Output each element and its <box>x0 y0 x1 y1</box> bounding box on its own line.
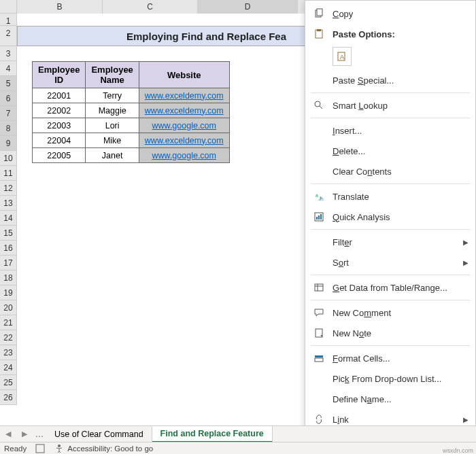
tab-nav-prev[interactable]: ◀ <box>0 430 16 438</box>
hyperlink[interactable]: www.exceldemy.com <box>145 136 224 145</box>
row-header[interactable]: 18 <box>0 270 17 285</box>
th-website[interactable]: Website <box>139 62 229 88</box>
menu-smart-lookup[interactable]: Smart Lookup <box>305 95 475 116</box>
cell-id[interactable]: 22003 <box>33 118 86 133</box>
cell-id[interactable]: 22005 <box>33 148 86 163</box>
menu-separator <box>311 184 470 184</box>
row-header[interactable]: 7 <box>0 106 17 121</box>
menu-separator <box>311 92 470 93</box>
row-header[interactable]: 23 <box>0 345 17 360</box>
cell-name[interactable]: Terry <box>86 88 139 103</box>
cell-website[interactable]: www.exceldemy.com <box>139 103 229 118</box>
cell-website[interactable]: www.google.com <box>139 118 229 133</box>
cell-id[interactable]: 22004 <box>33 133 86 148</box>
cell-website[interactable]: www.exceldemy.com <box>139 88 229 103</box>
hyperlink[interactable]: www.google.com <box>152 121 216 130</box>
hyperlink[interactable]: www.google.com <box>152 151 216 160</box>
table-row: 22001Terrywww.exceldemy.com <box>33 88 230 103</box>
cell-website[interactable]: www.google.com <box>139 148 229 163</box>
note-icon <box>311 326 327 340</box>
menu-get-data[interactable]: Get Data from Table/Range... <box>305 277 475 298</box>
menu-define-name[interactable]: Define Name... <box>305 389 475 409</box>
translate-icon: aあ <box>311 190 327 203</box>
menu-quick-analysis[interactable]: Quick Analysis <box>305 207 475 227</box>
status-accessibility[interactable]: Accessibility: Good to go <box>54 443 153 454</box>
menu-label: Insert... <box>333 126 362 136</box>
table-row: 22002Maggiewww.exceldemy.com <box>33 103 230 118</box>
cell-name[interactable]: Mike <box>86 133 139 148</box>
table-row: 22003Loriwww.google.com <box>33 118 230 133</box>
row-header[interactable]: 21 <box>0 315 17 330</box>
row-header[interactable]: 1 <box>0 14 17 26</box>
cell-website[interactable]: www.exceldemy.com <box>139 133 229 148</box>
row-header[interactable]: 22 <box>0 330 17 345</box>
menu-delete[interactable]: Delete... <box>305 141 475 161</box>
col-header-b[interactable]: B <box>17 0 103 14</box>
row-header[interactable]: 5 <box>0 76 17 91</box>
svg-rect-1 <box>317 9 322 16</box>
row-header[interactable]: 19 <box>0 285 17 300</box>
row-header[interactable]: 11 <box>0 166 17 181</box>
menu-filter[interactable]: Filter ▶ <box>305 232 475 252</box>
cell-name[interactable]: Lori <box>86 118 139 133</box>
row-header[interactable]: 15 <box>0 226 17 241</box>
row-header[interactable]: 8 <box>0 121 17 136</box>
tab-find-replace[interactable]: Find and Replace Feature <box>152 426 273 442</box>
row-header[interactable]: 25 <box>0 375 17 390</box>
row-header[interactable]: 4 <box>0 61 17 76</box>
tab-clear-command[interactable]: Use of Clear Command <box>46 427 152 442</box>
table-row: 22004Mikewww.exceldemy.com <box>33 133 230 148</box>
menu-label: Paste Special... <box>333 75 394 86</box>
tab-nav-next[interactable]: ▶ <box>16 430 33 438</box>
menu-translate[interactable]: aあ Translate <box>305 186 475 207</box>
row-header[interactable]: 12 <box>0 181 17 196</box>
menu-label: Filter <box>333 237 352 247</box>
th-employee-id[interactable]: Employee ID <box>33 62 86 88</box>
menu-clear-contents[interactable]: Clear Contents <box>305 161 475 181</box>
svg-rect-11 <box>316 217 318 220</box>
page-title: Employing Find and Replace Fea <box>17 26 309 46</box>
cell-id[interactable]: 22002 <box>33 103 86 118</box>
row-header[interactable]: 13 <box>0 196 17 211</box>
menu-label: New Comment <box>333 308 391 318</box>
row-header[interactable]: 16 <box>0 241 17 256</box>
tab-scroll-more[interactable]: … <box>33 429 46 439</box>
menu-label: Quick Analysis <box>333 212 390 222</box>
svg-text:あ: あ <box>319 196 324 201</box>
menu-copy[interactable]: Copy <box>305 3 475 24</box>
hyperlink[interactable]: www.exceldemy.com <box>145 106 224 116</box>
paste-values-button[interactable]: A <box>333 47 352 66</box>
menu-label: New Note <box>333 328 371 338</box>
status-ready: Ready <box>4 444 27 453</box>
row-header[interactable]: 10 <box>0 151 17 166</box>
menu-label: Translate <box>333 192 369 202</box>
cell-name[interactable]: Maggie <box>86 103 139 118</box>
status-macro-icon[interactable] <box>35 443 46 454</box>
menu-sort[interactable]: Sort ▶ <box>305 252 475 273</box>
cell-id[interactable]: 22001 <box>33 88 86 103</box>
row-header[interactable]: 20 <box>0 300 17 315</box>
row-header[interactable]: 3 <box>0 46 17 61</box>
menu-pick-list[interactable]: Pick From Drop-down List... <box>305 368 475 389</box>
menu-paste-options-header: Paste Options: <box>305 24 475 44</box>
svg-rect-3 <box>317 29 321 31</box>
select-all-corner[interactable] <box>0 0 17 14</box>
menu-paste-special[interactable]: Paste Special... <box>305 70 475 90</box>
table-header-row: Employee ID Employee Name Website <box>33 62 230 88</box>
cell-name[interactable]: Janet <box>86 148 139 163</box>
row-header[interactable]: 9 <box>0 136 17 151</box>
th-employee-name[interactable]: Employee Name <box>86 62 139 88</box>
hyperlink[interactable]: www.exceldemy.com <box>145 91 224 101</box>
row-header[interactable]: 2 <box>0 26 17 46</box>
menu-format-cells[interactable]: Format Cells... <box>305 348 475 368</box>
col-header-c[interactable]: C <box>103 0 198 14</box>
row-header[interactable]: 6 <box>0 91 17 106</box>
row-header[interactable]: 17 <box>0 256 17 270</box>
menu-new-note[interactable]: New Note <box>305 323 475 343</box>
menu-new-comment[interactable]: New Comment <box>305 302 475 323</box>
col-header-d[interactable]: D <box>198 0 298 14</box>
row-header[interactable]: 14 <box>0 211 17 226</box>
row-header[interactable]: 24 <box>0 360 17 375</box>
row-header[interactable]: 26 <box>0 390 17 405</box>
menu-insert[interactable]: Insert... <box>305 120 475 141</box>
